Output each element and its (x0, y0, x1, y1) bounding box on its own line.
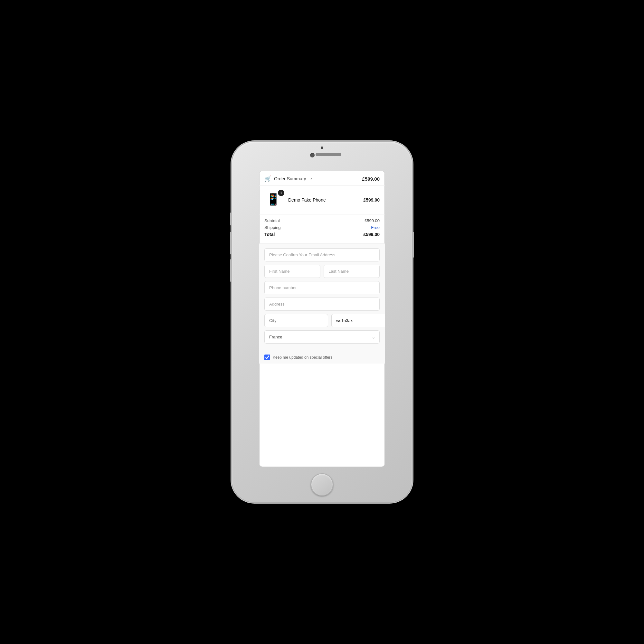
form-section: France United Kingdom Germany Spain Ital… (259, 244, 385, 351)
city-zip-row (264, 314, 380, 327)
phone-bottom-bar (232, 467, 412, 502)
first-name-field[interactable] (264, 265, 320, 278)
order-summary-title: Order Summary (274, 176, 306, 181)
power-button (412, 232, 414, 258)
order-summary-left: 🛒 Order Summary ∧ (264, 175, 313, 182)
chevron-up-icon: ∧ (310, 176, 313, 181)
total-label: Total (264, 232, 275, 237)
phone-screen: 🛒 Order Summary ∧ £599.00 📱 1 Demo Fake … (259, 171, 385, 467)
speaker (316, 153, 341, 156)
volume-up-button (230, 232, 232, 254)
screen-content: 🛒 Order Summary ∧ £599.00 📱 1 Demo Fake … (259, 171, 385, 467)
phone-top-bar (232, 142, 412, 171)
subtotal-label: Subtotal (264, 218, 280, 223)
checkbox-row: Keep me updated on special offers (259, 351, 385, 364)
product-price: £599.00 (363, 197, 380, 203)
last-name-field[interactable] (324, 265, 380, 278)
country-select[interactable]: France United Kingdom Germany Spain Ital… (264, 330, 380, 344)
product-name: Demo Fake Phone (288, 197, 359, 203)
order-summary-header[interactable]: 🛒 Order Summary ∧ £599.00 (259, 171, 385, 186)
subtotal-row: Subtotal £599.00 (264, 218, 380, 223)
product-image-container: 📱 1 (264, 190, 284, 210)
special-offers-label: Keep me updated on special offers (273, 355, 332, 360)
front-camera (310, 153, 315, 157)
product-badge: 1 (278, 190, 284, 196)
shipping-value: Free (371, 225, 380, 230)
sensor-dot (321, 147, 323, 149)
home-button[interactable] (311, 473, 333, 496)
phone-number-field[interactable] (264, 281, 380, 294)
city-field[interactable] (264, 314, 328, 327)
mute-button (230, 213, 232, 225)
special-offers-checkbox[interactable] (264, 355, 270, 360)
cart-icon: 🛒 (264, 175, 271, 182)
volume-down-button (230, 259, 232, 282)
country-select-wrapper: France United Kingdom Germany Spain Ital… (264, 330, 380, 344)
address-field[interactable] (264, 298, 380, 311)
product-row: 📱 1 Demo Fake Phone £599.00 (259, 186, 385, 214)
zip-code-field[interactable] (331, 314, 385, 327)
subtotal-value: £599.00 (365, 218, 380, 223)
currency-symbol: £ (362, 176, 365, 182)
total-amount: 599.00 (365, 176, 380, 182)
totals-section: Subtotal £599.00 Shipping Free Total £59… (259, 214, 385, 244)
shipping-label: Shipping (264, 225, 281, 230)
email-confirm-field[interactable] (264, 248, 380, 261)
total-value: £599.00 (363, 232, 380, 237)
phone-frame: 🛒 Order Summary ∧ £599.00 📱 1 Demo Fake … (232, 142, 412, 502)
name-row (264, 265, 380, 278)
shipping-row: Shipping Free (264, 225, 380, 230)
total-row: Total £599.00 (264, 232, 380, 237)
order-total-header: £599.00 (362, 176, 380, 182)
